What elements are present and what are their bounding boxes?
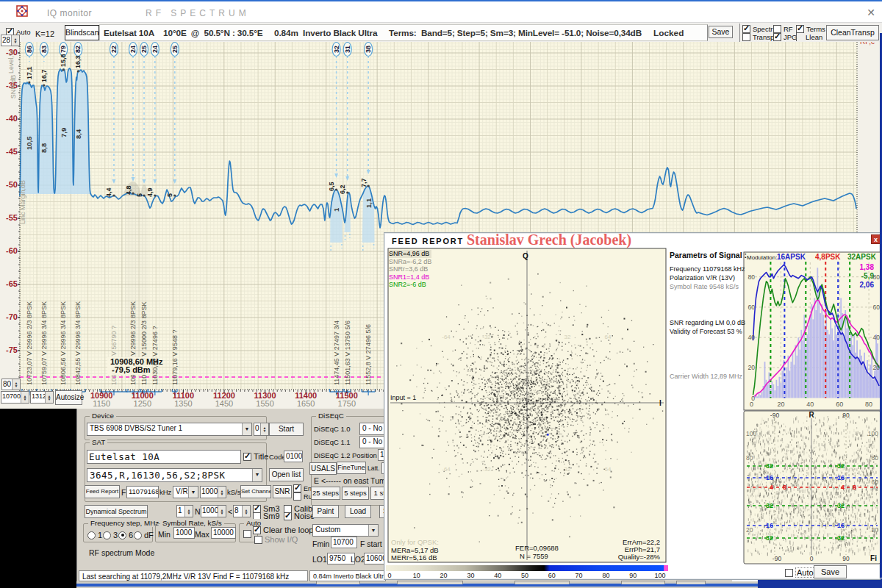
chart-shape[interactable] <box>103 531 111 539</box>
steps25-button[interactable]: 25 steps <box>311 487 340 500</box>
scrollbar-segment[interactable] <box>621 581 665 584</box>
transponder-combo-arrow-icon[interactable]: ▼ <box>252 469 262 481</box>
load-button[interactable]: Load <box>345 505 371 518</box>
usals-button[interactable]: USALS <box>309 462 337 475</box>
bottom-level-spinner[interactable]: 80▲▼ <box>1 379 21 390</box>
sr-min-field[interactable]: 1000 <box>173 527 195 539</box>
dyn-count-spinner[interactable]: 1▲▼ <box>176 505 193 517</box>
show-iq-checkbox[interactable]: Show I/Q <box>254 535 298 544</box>
chart-shape <box>558 493 559 494</box>
code-field[interactable]: 0100 <box>284 451 303 462</box>
feed-report-button[interactable]: Feed Report <box>85 485 120 498</box>
chart-shape <box>850 548 850 551</box>
open-list-button[interactable]: Open list <box>269 468 304 481</box>
chart-shape <box>542 404 542 405</box>
chart-shape <box>507 339 508 340</box>
dyn-n-spinner-arrows-icon[interactable]: ▲▼ <box>218 506 226 517</box>
step-df-radio[interactable]: dF <box>134 531 154 539</box>
scrollbar-segment[interactable] <box>316 581 360 584</box>
chart-shape <box>801 440 802 441</box>
toolbar-checkbox-terms[interactable]: Terms <box>796 25 825 33</box>
dyn-n-spinner[interactable]: 1000▲▼ <box>201 505 226 517</box>
dyn-count-spinner-arrows-icon[interactable]: ▲▼ <box>184 506 193 517</box>
toolbar-checkbox-spectr[interactable]: Spectr <box>742 25 772 33</box>
dyn-avg-spinner[interactable]: 8▲▼ <box>233 505 251 517</box>
device-index-spinner[interactable]: 0▲▼ <box>254 423 269 436</box>
chart-shape[interactable] <box>742 33 750 41</box>
spinner-arrows-icon[interactable]: ▲▼ <box>12 379 20 390</box>
chart-shape[interactable] <box>742 25 750 33</box>
spinner-arrows-icon[interactable]: ▲▼ <box>11 35 19 46</box>
scrollbar-segment[interactable] <box>514 581 570 584</box>
band-combo-arrow-icon[interactable]: ▼ <box>368 525 378 536</box>
toolbar-checkbox-jpg[interactable]: JPG <box>773 33 797 41</box>
feed-save-button[interactable]: Save <box>814 565 847 578</box>
chart-shape <box>622 398 623 399</box>
chart-shape <box>514 354 514 354</box>
step-1-radio[interactable]: 1 <box>87 531 102 539</box>
sat-name-field[interactable]: Eutelsat 10A <box>87 450 241 464</box>
start-button[interactable]: Start <box>269 423 304 436</box>
polarization-combo[interactable]: V/R▼ <box>173 486 198 498</box>
chart-shape[interactable] <box>773 33 781 41</box>
chart-shape[interactable] <box>293 484 301 492</box>
chart-shape[interactable] <box>254 536 262 544</box>
step-3-radio[interactable]: 3 <box>103 531 118 539</box>
polarization-combo-arrow-icon[interactable]: ▼ <box>188 487 198 498</box>
span-spinner[interactable]: 1312▲▼ <box>30 391 54 404</box>
sr-max-field[interactable]: 10000 <box>211 527 236 539</box>
save-button[interactable]: Save <box>709 26 733 38</box>
transponder-combo[interactable]: 3645,R,16130,56,S2;8PSK▼ <box>87 468 262 482</box>
chart-shape <box>806 420 807 422</box>
chart-shape <box>504 379 505 380</box>
cleantransp-button[interactable]: CleanTransp <box>826 25 879 40</box>
chart-shape <box>532 433 534 434</box>
symbolrate-spinner-arrows-icon[interactable]: ▲▼ <box>218 487 226 498</box>
chart-shape <box>803 445 803 449</box>
device-index-spinner-arrows-icon[interactable]: ▲▼ <box>260 423 268 435</box>
step-6-radio[interactable]: 6 <box>118 531 133 539</box>
dynamical-spectrum-button[interactable]: Dynamical Spectrum <box>85 505 148 518</box>
noise-checkbox[interactable]: Noise <box>284 512 315 520</box>
device-combo[interactable]: TBS 6908 DVBS/S2 Tuner 1▼ <box>87 423 252 436</box>
clear-loop-checkbox[interactable]: Clear the loop <box>253 526 314 534</box>
feed-auto-checkbox[interactable]: Auto <box>785 567 815 578</box>
chart-shape[interactable] <box>785 569 793 577</box>
top-level-spinner[interactable]: 28▲▼ <box>1 35 20 46</box>
chart-shape[interactable] <box>87 531 96 539</box>
scrollbar-segment[interactable] <box>676 581 706 584</box>
autosize-button[interactable]: Autosize <box>55 390 82 405</box>
snr-button[interactable]: SNR <box>273 485 292 498</box>
blindscan-button[interactable]: Blindscan <box>65 25 99 40</box>
scrollbar-segment[interactable] <box>397 581 463 584</box>
steps5-button[interactable]: 5 steps <box>342 487 369 500</box>
start-frequency-spinner[interactable]: 10700▲▼ <box>1 391 29 404</box>
finetune-button[interactable]: FineTune <box>337 462 366 474</box>
band-combo[interactable]: Custom▼ <box>312 524 379 537</box>
chart-shape[interactable] <box>243 453 251 461</box>
spinner-arrows-icon[interactable]: ▲▼ <box>45 392 53 403</box>
dyn-avg-spinner-arrows-icon[interactable]: ▲▼ <box>242 506 250 517</box>
fmin-field[interactable]: 10700 <box>331 537 357 548</box>
chart-shape[interactable] <box>134 531 142 539</box>
chart-shape[interactable] <box>284 512 292 520</box>
title-checkbox[interactable]: Title <box>243 452 268 461</box>
chart-shape[interactable] <box>796 25 804 33</box>
chart-shape[interactable] <box>243 530 251 538</box>
window-close-icon[interactable]: ✕ <box>864 6 878 19</box>
paint-button[interactable]: Paint <box>312 505 339 518</box>
spinner-arrows-icon[interactable]: ▲▼ <box>21 392 29 403</box>
chart-shape <box>555 381 556 382</box>
frequency-field[interactable]: 11079168 <box>126 486 159 498</box>
chart-shape[interactable] <box>293 492 301 501</box>
chart-shape[interactable] <box>253 526 261 534</box>
chart-shape <box>466 357 467 359</box>
symbolrate-spinner[interactable]: 1000▲▼ <box>200 486 226 498</box>
device-combo-arrow-icon[interactable]: ▼ <box>242 423 251 435</box>
chart-shape[interactable] <box>118 531 126 539</box>
chart-shape <box>571 356 572 356</box>
toolbar-checkbox-transp[interactable]: Transp. <box>742 33 776 41</box>
set-channel-button[interactable]: Set Channel <box>240 485 271 498</box>
sr-auto-checkbox[interactable] <box>243 530 254 538</box>
toolbar-checkbox-llean[interactable]: Llean <box>796 33 822 41</box>
